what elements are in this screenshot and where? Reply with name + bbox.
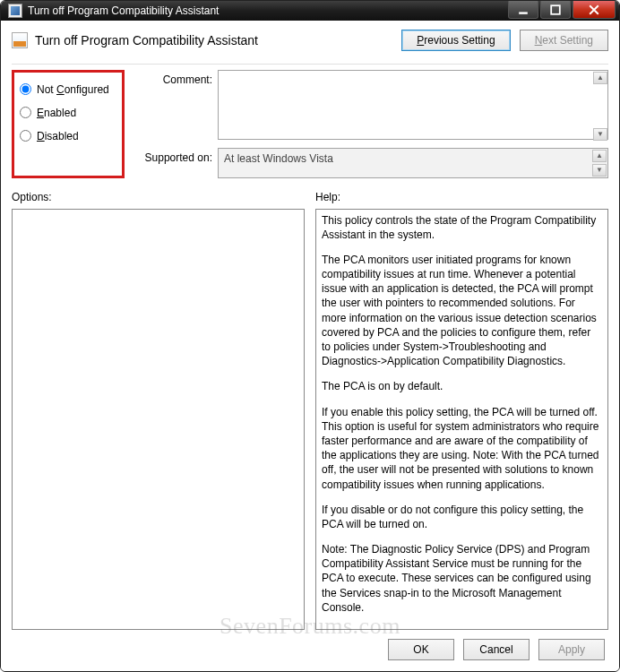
minimize-button[interactable] [508,1,538,19]
policy-editor-window: Turn off Program Compatibility Assistant… [0,0,620,672]
policy-title: Turn off Program Compatibility Assistant [35,33,258,47]
app-icon [8,4,22,18]
options-label: Options: [12,191,305,203]
help-label: Help: [315,191,608,203]
comment-label: Comment: [132,70,212,142]
scroll-up-icon[interactable]: ▲ [593,72,607,84]
svg-rect-1 [551,5,560,14]
help-paragraph: This policy controls the state of the Pr… [322,213,602,242]
scroll-up-icon[interactable]: ▲ [592,150,607,162]
ok-button[interactable]: OK [388,639,454,660]
help-paragraph: The PCA is on by default. [322,379,602,393]
minimize-icon [518,4,529,15]
close-icon [589,4,599,15]
supported-label: Supported on: [132,148,212,178]
radio-not-configured-input[interactable] [20,83,31,95]
window-title: Turn off Program Compatibility Assistant [28,4,219,17]
window-controls [508,1,616,19]
options-box[interactable] [12,209,305,631]
previous-setting-button[interactable]: Previous Setting [401,30,510,51]
help-paragraph: If you disable or do not configure this … [322,503,602,531]
divider [12,64,608,65]
scroll-down-icon[interactable]: ▼ [592,164,607,177]
help-paragraph: If you enable this policy setting, the P… [322,405,602,492]
client-area: Turn off Program Compatibility Assistant… [1,21,619,672]
maximize-button[interactable] [540,1,571,19]
svg-rect-0 [519,12,528,13]
footer-buttons: OK Cancel Apply [12,639,608,660]
cancel-button[interactable]: Cancel [463,639,530,660]
comment-textarea[interactable] [218,70,608,140]
help-box[interactable]: This policy controls the state of the Pr… [315,209,608,631]
next-setting-button[interactable]: Next Setting [520,30,608,51]
radio-disabled[interactable]: Disabled [20,125,109,148]
radio-enabled-input[interactable] [20,107,31,118]
close-button[interactable] [573,1,616,19]
help-column: Help: This policy controls the state of … [315,191,608,631]
supported-on-value: At least Windows Vista ▲ ▼ [218,148,608,178]
titlebar[interactable]: Turn off Program Compatibility Assistant [1,1,619,21]
help-paragraph: Note: The Diagnostic Policy Service (DPS… [322,542,602,615]
policy-icon [12,32,28,48]
header-row: Turn off Program Compatibility Assistant… [12,30,608,51]
apply-button[interactable]: Apply [538,639,605,660]
radio-disabled-input[interactable] [20,130,31,142]
nav-buttons: Previous Setting Next Setting [401,30,608,51]
state-radio-group: Not Configured Enabled Disabled [12,70,125,178]
help-paragraph: The PCA monitors user initiated programs… [322,253,602,369]
middle-row: Not Configured Enabled Disabled Comment: [12,70,608,178]
radio-not-configured[interactable]: Not Configured [20,78,109,101]
maximize-icon [550,4,561,15]
columns-row: Options: Help: This policy controls the … [12,191,608,631]
radio-enabled[interactable]: Enabled [20,101,109,125]
options-column: Options: [12,191,305,631]
scroll-down-icon[interactable]: ▼ [593,128,607,141]
